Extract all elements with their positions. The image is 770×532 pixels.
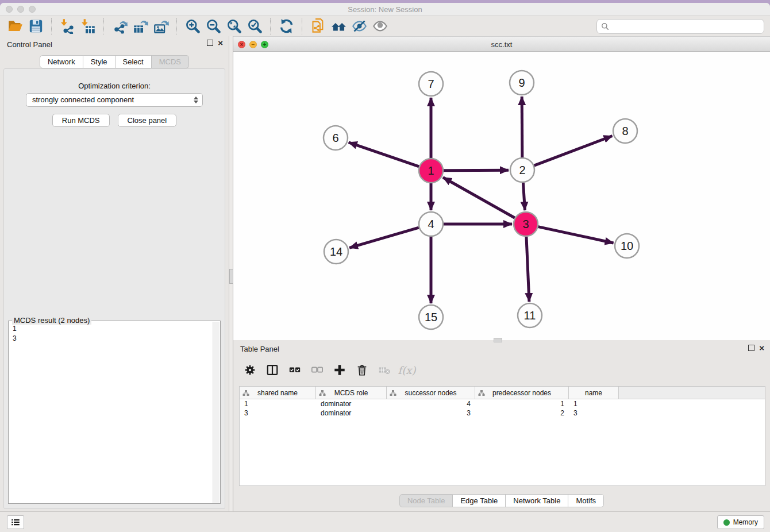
save-session-button[interactable] bbox=[25, 17, 46, 35]
graph-node-15[interactable]: 15 bbox=[419, 305, 443, 329]
zoom-out-button[interactable] bbox=[203, 17, 224, 35]
svg-text:2: 2 bbox=[519, 164, 525, 176]
column-header-predecessor-nodes[interactable]: predecessor nodes bbox=[475, 387, 569, 399]
table-settings-button[interactable] bbox=[241, 361, 259, 379]
status-bar: Memory bbox=[0, 511, 770, 532]
cell-predecessor-nodes[interactable]: 2 bbox=[475, 408, 569, 418]
optimization-criterion-label: Optimization criterion: bbox=[4, 82, 225, 90]
zoom-in-button[interactable] bbox=[182, 17, 203, 35]
splitter-grip[interactable] bbox=[229, 269, 233, 284]
graph-node-7[interactable]: 7 bbox=[419, 72, 443, 96]
mcds-panel: Optimization criterion: strongly connect… bbox=[3, 68, 225, 509]
cell-successor-nodes[interactable]: 4 bbox=[387, 399, 475, 408]
graph-edge-2-8[interactable] bbox=[534, 136, 613, 166]
close-table-panel-icon[interactable]: × bbox=[759, 345, 764, 351]
memory-status-icon bbox=[723, 519, 730, 526]
run-mcds-button[interactable]: Run MCDS bbox=[52, 114, 110, 127]
cell-mcds-role[interactable]: dominator bbox=[316, 399, 387, 408]
task-history-button[interactable] bbox=[7, 515, 24, 529]
graph-edge-2-9[interactable] bbox=[522, 97, 522, 157]
export-image-button[interactable] bbox=[151, 17, 171, 35]
select-all-button[interactable] bbox=[286, 361, 303, 379]
graph-edge-3-10[interactable] bbox=[538, 227, 614, 243]
cell-filler bbox=[619, 399, 765, 408]
cell-mcds-role[interactable]: dominator bbox=[316, 408, 387, 418]
graph-node-11[interactable]: 11 bbox=[518, 303, 542, 327]
column-header-successor-nodes[interactable]: successor nodes bbox=[387, 387, 475, 399]
graph-edge-1-6[interactable] bbox=[349, 142, 419, 167]
show-graphics-button[interactable] bbox=[369, 17, 390, 35]
network-view-window: × − + scc.txt 79681243141015 bbox=[233, 36, 770, 340]
memory-button[interactable]: Memory bbox=[717, 515, 764, 529]
show-columns-button[interactable] bbox=[264, 361, 281, 379]
column-header-shared-name[interactable]: shared name bbox=[240, 387, 316, 399]
table-toolbar: f(x) bbox=[241, 360, 415, 380]
open-session-button[interactable] bbox=[5, 17, 25, 35]
graph-node-4[interactable]: 4 bbox=[419, 212, 443, 236]
result-scrollbar[interactable] bbox=[213, 322, 220, 503]
tab-style[interactable]: Style bbox=[83, 55, 116, 68]
graph-edges bbox=[349, 97, 614, 303]
optimization-criterion-value: strongly connected component bbox=[32, 95, 134, 104]
tab-network[interactable]: Network bbox=[40, 55, 83, 68]
column-header-name[interactable]: name bbox=[569, 387, 619, 399]
main-toolbar bbox=[0, 16, 770, 36]
graph-node-3[interactable]: 3 bbox=[514, 212, 538, 236]
hide-selected-button[interactable] bbox=[349, 17, 369, 35]
graph-node-6[interactable]: 6 bbox=[324, 126, 348, 150]
optimization-criterion-select[interactable]: strongly connected component bbox=[26, 93, 203, 107]
export-network-button[interactable] bbox=[109, 17, 130, 35]
zoom-fit-button[interactable] bbox=[224, 17, 244, 35]
graph-node-1[interactable]: 1 bbox=[419, 159, 443, 183]
import-network-button[interactable] bbox=[57, 17, 78, 35]
refresh-layout-button[interactable] bbox=[276, 17, 297, 35]
column-header-mcds-role[interactable]: MCDS role bbox=[316, 387, 387, 399]
delete-column-button[interactable] bbox=[353, 361, 371, 379]
cell-shared-name[interactable]: 1 bbox=[240, 399, 316, 408]
float-panel-icon[interactable] bbox=[207, 40, 213, 46]
search-box bbox=[596, 19, 764, 34]
network-window-titlebar[interactable]: × − + scc.txt bbox=[233, 36, 770, 52]
search-input[interactable] bbox=[609, 21, 764, 32]
import-table-button[interactable] bbox=[78, 17, 98, 35]
network-canvas[interactable]: 7968124314101511 bbox=[233, 52, 770, 340]
graph-node-10[interactable]: 10 bbox=[615, 234, 639, 258]
export-table-button[interactable] bbox=[130, 17, 151, 35]
graph-node-9[interactable]: 9 bbox=[510, 71, 534, 95]
float-table-panel-icon[interactable] bbox=[748, 345, 754, 351]
graph-node-14[interactable]: 14 bbox=[324, 240, 348, 264]
cell-predecessor-nodes[interactable]: 1 bbox=[475, 399, 569, 408]
graph-edge-3-1[interactable] bbox=[443, 178, 515, 218]
graph-edge-3-11[interactable] bbox=[526, 237, 529, 302]
table-tab-network-table[interactable]: Network Table bbox=[506, 494, 568, 507]
cell-name[interactable]: 3 bbox=[569, 408, 619, 418]
graph-edge-4-14[interactable] bbox=[349, 228, 419, 248]
graph-node-8[interactable]: 8 bbox=[613, 119, 637, 143]
graph-node-2[interactable]: 2 bbox=[510, 158, 534, 182]
unselect-all-button[interactable] bbox=[309, 361, 326, 379]
table-tab-node-table[interactable]: Node Table bbox=[399, 494, 453, 507]
add-column-button[interactable] bbox=[331, 361, 348, 379]
clone-network-button[interactable] bbox=[307, 17, 328, 35]
main-area: Control Panel × NetworkStyleSelectMCDS O… bbox=[0, 36, 770, 511]
cell-shared-name[interactable]: 3 bbox=[240, 408, 316, 418]
table-row[interactable]: 1dominator411 bbox=[240, 399, 765, 408]
table-tab-edge-table[interactable]: Edge Table bbox=[453, 494, 506, 507]
cell-name[interactable]: 1 bbox=[569, 399, 619, 408]
cell-successor-nodes[interactable]: 3 bbox=[387, 408, 475, 418]
first-neighbors-button[interactable] bbox=[328, 17, 349, 35]
table-tab-motifs[interactable]: Motifs bbox=[568, 494, 604, 507]
close-panel-button[interactable]: Close panel bbox=[118, 114, 177, 127]
horizontal-splitter-grip[interactable] bbox=[494, 338, 502, 342]
table-row[interactable]: 3dominator323 bbox=[240, 408, 765, 418]
control-panel-header: Control Panel × bbox=[0, 36, 229, 52]
tab-select[interactable]: Select bbox=[116, 55, 152, 68]
mcds-result-text[interactable]: 1 3 bbox=[13, 324, 17, 344]
graph-edge-2-3[interactable] bbox=[523, 183, 525, 210]
graph-edge-1-2[interactable] bbox=[444, 170, 509, 171]
close-panel-icon[interactable]: × bbox=[218, 40, 223, 46]
zoom-selected-button[interactable] bbox=[244, 17, 265, 35]
tab-mcds[interactable]: MCDS bbox=[152, 55, 189, 68]
panel-splitter[interactable] bbox=[229, 36, 233, 511]
tree-icon bbox=[390, 390, 396, 396]
